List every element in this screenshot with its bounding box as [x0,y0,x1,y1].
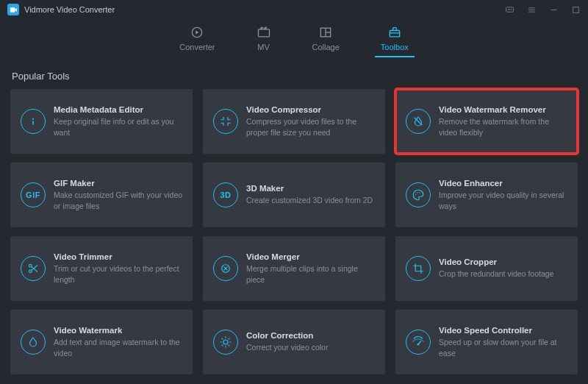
window-controls [504,4,581,15]
palette-icon [406,182,431,207]
tool-desc: Keep original file info or edit as you w… [54,116,184,137]
app-icon [7,4,19,15]
3d-icon: 3D [213,182,238,207]
svg-point-2 [507,9,508,10]
menu-icon[interactable] [526,4,537,15]
svg-rect-16 [390,31,399,37]
tool-card-body: Media Metadata EditorKeep original file … [54,105,184,137]
tool-card-body: Video TrimmerTrim or cut your videos to … [54,252,184,284]
tool-card-video-trimmer[interactable]: Video TrimmerTrim or cut your videos to … [10,236,193,301]
tool-title: Video Merger [246,252,376,261]
tool-title: 3D Maker [246,184,373,193]
converter-icon [190,25,204,40]
svg-rect-12 [258,29,269,37]
tool-desc: Compress your video files to the proper … [246,116,376,137]
tool-card-body: Video WatermarkAdd text and image waterm… [54,326,184,358]
svg-rect-9 [573,7,578,13]
tool-card-body: Video CropperCrop the redundant video fo… [439,257,553,279]
tool-card-body: 3D MakerCreate customized 3D video from … [246,184,373,205]
title-bar: Vidmore Video Converter [0,0,588,19]
tab-mv[interactable]: MV [257,25,271,57]
tool-card-gif-maker[interactable]: GIFGIF MakerMake customized GIF with you… [10,163,193,227]
tool-card-video-watermark[interactable]: Video WatermarkAdd text and image waterm… [10,310,193,374]
minimize-icon[interactable] [548,4,559,15]
svg-point-4 [511,9,512,10]
tab-label: Converter [179,43,215,51]
tool-card-body: Video Speed ControllerSpeed up or slow d… [439,326,569,358]
tool-title: Video Compressor [246,105,376,114]
compress-icon [213,109,238,134]
tool-desc: Improve your video quality in several wa… [439,190,569,210]
tool-desc: Correct your video color [246,342,328,352]
tool-card-video-cropper[interactable]: Video CropperCrop the redundant video fo… [395,236,578,301]
info-icon [21,109,46,134]
tool-title: Video Cropper [439,257,553,266]
tool-desc: Crop the redundant video footage [439,269,553,279]
mv-icon [257,25,271,40]
tool-desc: Trim or cut your videos to the perfect l… [54,263,184,284]
tool-desc: Make customized GIF with your video or i… [54,190,184,210]
speedometer-icon [406,330,431,355]
collage-icon [318,25,333,40]
tool-card-body: Video MergerMerge multiple clips into a … [246,252,376,284]
svg-rect-0 [10,7,14,12]
tool-card-video-watermark-remover[interactable]: Video Watermark RemoverRemove the waterm… [395,89,578,154]
tab-label: Collage [312,43,340,51]
tab-converter[interactable]: Converter [179,25,215,57]
tool-card-body: Video CompressorCompress your video file… [246,105,376,137]
tool-desc: Speed up or slow down your file at ease [439,337,569,358]
tab-collage[interactable]: Collage [312,25,340,57]
svg-marker-11 [196,31,199,35]
tool-title: Video Trimmer [54,252,184,261]
tool-desc: Create customized 3D video from 2D [246,195,373,205]
tab-label: MV [257,43,270,51]
toolbox-icon [387,25,402,40]
tool-card-body: Video Watermark RemoverRemove the waterm… [439,105,569,137]
section-title: Popular Tools [12,71,578,82]
tool-title: Video Watermark [54,326,184,335]
tool-card-color-correction[interactable]: Color CorrectionCorrect your video color [203,310,385,374]
content: Popular Tools Media Metadata EditorKeep … [0,62,588,382]
crop-icon [406,256,431,281]
tab-label: Toolbox [381,43,409,51]
tool-desc: Merge multiple clips into a single piece [246,263,376,284]
tool-title: Color Correction [246,331,328,340]
feedback-icon[interactable] [504,4,514,15]
svg-point-3 [509,9,510,10]
tool-card-body: Color CorrectionCorrect your video color [246,331,328,352]
tool-desc: Add text and image watermark to the vide… [54,337,184,358]
watermark-icon [21,330,46,355]
tool-card-video-enhancer[interactable]: Video EnhancerImprove your video quality… [395,163,578,227]
no-watermark-icon [406,109,431,134]
tools-grid: Media Metadata EditorKeep original file … [10,89,578,374]
main-nav: Converter MV Collage Toolbox [0,19,588,62]
sun-icon [213,330,238,355]
tool-title: Video Enhancer [439,179,569,188]
tool-title: Video Watermark Remover [439,105,569,114]
gif-icon: GIF [21,182,46,207]
tab-toolbox[interactable]: Toolbox [381,25,409,57]
scissors-icon [21,256,46,281]
tool-card-body: Video EnhancerImprove your video quality… [439,179,569,210]
merge-icon [213,256,238,281]
tool-card-body: GIF MakerMake customized GIF with your v… [54,179,184,210]
tool-title: Media Metadata Editor [54,105,184,114]
tool-card-3d-maker[interactable]: 3D3D MakerCreate customized 3D video fro… [203,163,385,227]
maximize-icon[interactable] [570,4,581,15]
tool-card-media-metadata-editor[interactable]: Media Metadata EditorKeep original file … [10,89,193,154]
tool-card-video-compressor[interactable]: Video CompressorCompress your video file… [203,89,385,154]
tool-card-video-merger[interactable]: Video MergerMerge multiple clips into a … [203,236,385,301]
tool-desc: Remove the watermark from the video flex… [439,116,569,137]
tool-title: GIF Maker [54,179,184,188]
app-title: Vidmore Video Converter [24,5,115,14]
tool-title: Video Speed Controller [439,326,569,335]
tool-card-video-speed-controller[interactable]: Video Speed ControllerSpeed up or slow d… [395,310,578,374]
